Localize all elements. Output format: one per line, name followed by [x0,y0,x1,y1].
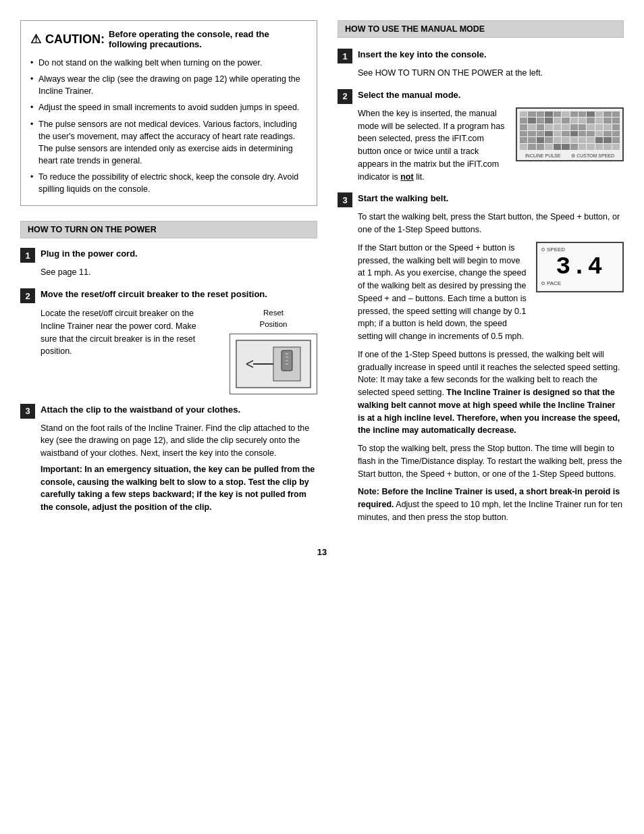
console-cell [587,111,594,118]
console-display-wrapper: // Will generate cells inline via JS bel… [516,107,624,161]
left-step-3-text: Stand on the foot rails of the Incline T… [41,422,317,460]
console-cell [520,144,527,150]
console-cell [579,131,586,137]
console-cell [545,131,552,137]
console-cell [562,118,569,124]
console-grid: // Will generate cells inline via JS bel… [517,109,622,153]
console-cell [570,144,578,150]
caution-bullet-5: To reduce the possibility of electric sh… [30,169,307,197]
pace-dot [541,282,545,285]
console-cell [570,118,578,124]
console-cell [537,118,544,124]
right-step-1-text: See HOW TO TURN ON THE POWER at the left… [358,67,624,80]
console-cell [612,111,620,118]
right-step-2-title-row: 2 Select the manual mode. [338,89,624,104]
left-step-2-title: Move the reset/off circuit breaker to th… [41,288,267,301]
circuit-breaker-diagram [230,334,317,394]
console-cell [570,137,578,143]
console-cell [537,131,544,137]
console-cell [537,137,544,143]
left-step-1-text: See page 11. [41,266,317,279]
right-step-2: 2 Select the manual mode. When the key i… [338,89,624,184]
caution-bullet-4: The pulse sensors are not medical device… [30,116,307,170]
speed-display: SPEED 3.4 PACE [536,242,624,292]
console-cell [554,118,561,124]
step2-content-area: When the key is inserted, the manual mod… [358,107,624,184]
console-cell [570,131,578,137]
right-step-2-number: 2 [338,89,352,104]
caution-box: ⚠ CAUTION: Before operating the console,… [20,20,317,206]
console-cell [562,111,569,118]
console-cell [545,118,552,124]
console-cell [587,131,594,137]
console-cell [612,131,620,137]
step3-speed-area: If the Start button or the Speed + butto… [358,242,624,343]
console-cell [603,131,611,137]
console-cell [595,118,603,124]
console-cell [520,124,527,130]
console-cell [554,131,561,137]
console-cell [570,124,578,130]
console-cell [595,111,603,118]
caution-bullet-1: Do not stand on the walking belt when tu… [30,55,307,71]
console-cell [520,118,527,124]
left-step-3-number: 3 [20,404,35,419]
left-column: ⚠ CAUTION: Before operating the console,… [20,20,317,533]
console-cell [587,144,594,150]
left-step-2-body: Locate the reset/off circuit breaker on … [41,307,317,394]
console-display: // Will generate cells inline via JS bel… [516,107,624,161]
left-step-1-body: See page 11. [41,266,317,279]
step2-body-after: lit. [416,172,425,182]
console-cell [603,118,611,124]
console-cell [579,124,586,130]
console-cell [595,131,603,137]
right-step-3-number: 3 [338,192,352,207]
right-column: HOW TO USE THE MANUAL MODE 1 Insert the … [338,20,624,533]
speed-number: 3.4 [541,255,618,280]
step3-text2: If the Start button or the Speed + butto… [358,242,528,343]
console-cell [537,144,544,150]
left-step-3-title: Attach the clip to the waistband of your… [41,404,240,416]
console-cell [545,124,552,130]
caution-title: ⚠ CAUTION: Before operating the console,… [30,29,307,49]
console-cell [520,137,527,143]
left-step-2-title-row: 2 Move the reset/off circuit breaker to … [20,288,317,303]
console-labels: INCLINE PULSE ⚙ CUSTOM SPEED [517,153,622,160]
caution-bullet-3: Adjust the speed in small increments to … [30,99,307,115]
console-cell [528,131,535,137]
warning-icon: ⚠ [30,32,41,47]
console-cell [587,137,594,143]
right-step-1-title-row: 1 Insert the key into the console. [338,49,624,63]
console-cell [603,111,611,118]
console-cell [595,137,603,143]
right-step-3-text4: To stop the walking belt, press the Stop… [358,442,624,480]
console-cell [554,137,561,143]
console-cell [528,124,535,130]
left-step-2: 2 Move the reset/off circuit breaker to … [20,288,317,394]
incline-label: INCLINE PULSE [525,153,561,160]
power-section-header: HOW TO TURN ON THE POWER [20,221,317,238]
circuit-breaker-text: Locate the reset/off circuit breaker on … [41,307,213,358]
caution-word: CAUTION: [45,32,105,47]
console-cell [562,144,569,150]
right-step-1: 1 Insert the key into the console. See H… [338,49,624,80]
console-cell [579,111,586,118]
pace-label-text: PACE [547,280,561,288]
console-cell [554,111,561,118]
console-cell [520,111,527,118]
left-step-1: 1 Plug in the power cord. See page 11. [20,248,317,279]
console-cell [587,118,594,124]
console-cell [612,118,620,124]
left-step-1-number: 1 [20,248,35,263]
left-step-1-title-row: 1 Plug in the power cord. [20,248,317,263]
left-step-3: 3 Attach the clip to the waistband of yo… [20,404,317,514]
speed-label: SPEED [541,246,618,254]
circuit-breaker-diagram-area: Locate the reset/off circuit breaker on … [41,307,317,394]
console-cell [528,111,535,118]
console-cell [603,144,611,150]
left-step-3-title-row: 3 Attach the clip to the waistband of yo… [20,404,317,419]
console-cell [595,144,603,150]
console-cell [612,137,620,143]
console-cell [603,124,611,130]
left-step-2-number: 2 [20,288,35,303]
